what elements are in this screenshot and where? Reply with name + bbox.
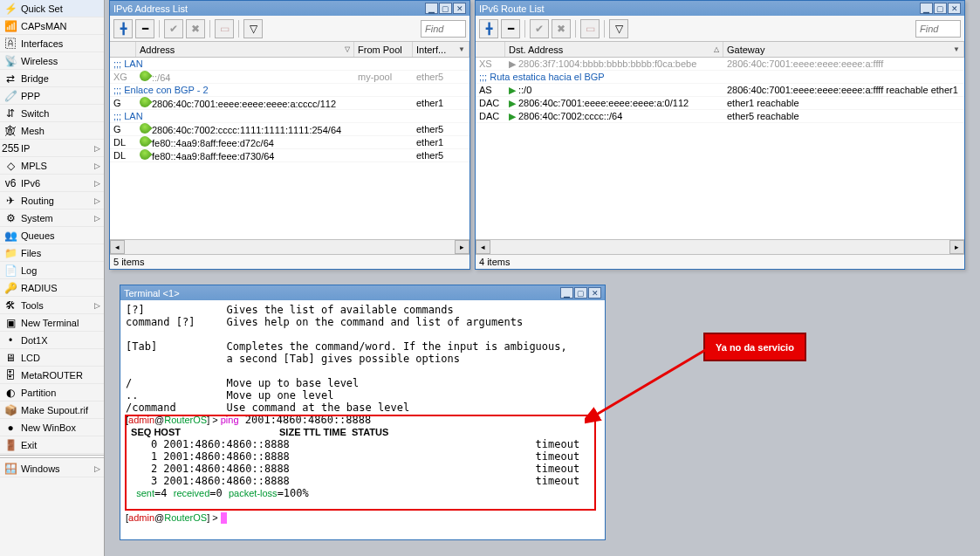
menu-icon: 🛠 bbox=[3, 299, 17, 312]
sidebar-item[interactable]: 🗄MetaROUTER bbox=[0, 367, 104, 384]
table-row[interactable]: DLfe80::4aa9:8aff:feee:d72c/64ether1 bbox=[110, 136, 469, 149]
sidebar-item[interactable]: 🚪Exit bbox=[0, 436, 104, 454]
sidebar-item[interactable]: •Dot1X bbox=[0, 332, 104, 349]
menu-label: IP bbox=[21, 143, 30, 154]
table-row[interactable]: AS▶::/02806:40c:7001:eeee:eeee:eeee:a:ff… bbox=[476, 84, 964, 97]
sidebar-item[interactable]: 📡Wireless bbox=[0, 52, 104, 70]
enable-button[interactable]: ✔ bbox=[164, 19, 183, 38]
menu-label: LCD bbox=[21, 353, 40, 363]
grid-body[interactable]: ;;; LANXG::/64my-poolether5;;; Enlace co… bbox=[110, 58, 469, 239]
menu-label: MetaROUTER bbox=[21, 370, 83, 381]
menu-label: Bridge bbox=[21, 73, 49, 84]
menu-icon: 📶 bbox=[3, 19, 17, 33]
maximize-button[interactable]: ▢ bbox=[934, 3, 947, 14]
route-arrow-icon: ▶ bbox=[509, 85, 516, 95]
menu-icon: 🧷 bbox=[3, 89, 17, 103]
submenu-arrow-icon: ▷ bbox=[94, 161, 100, 170]
filter-button[interactable]: ▽ bbox=[609, 19, 628, 38]
find-input[interactable] bbox=[421, 20, 466, 38]
table-row[interactable]: XS▶2806:3f7:1004:bbbb:bbbb:bbbb:f0ca:beb… bbox=[476, 58, 964, 71]
minimize-button[interactable]: ▁ bbox=[560, 287, 573, 299]
sidebar-item[interactable]: ⇵Switch bbox=[0, 105, 104, 122]
grid-header[interactable]: Dst. Address△ Gateway▼ bbox=[476, 42, 964, 58]
comment-button[interactable]: ▭ bbox=[580, 19, 600, 38]
add-button[interactable]: ╋ bbox=[479, 19, 498, 38]
minimize-button[interactable]: ▁ bbox=[425, 3, 438, 14]
table-row[interactable]: DAC▶2806:40c:7002:cccc::/64ether5 reacha… bbox=[476, 110, 964, 123]
sidebar-item[interactable]: ▣New Terminal bbox=[0, 314, 104, 332]
sidebar-item[interactable]: ⚡Quick Set bbox=[0, 0, 104, 17]
sidebar-item[interactable]: v6IPv6▷ bbox=[0, 175, 104, 192]
sidebar-item[interactable]: 📁Files bbox=[0, 244, 104, 262]
titlebar[interactable]: Terminal <1> ▁ ▢ ✕ bbox=[120, 285, 605, 300]
grid-header[interactable]: Address▽ From Pool Interf...▼ bbox=[110, 42, 469, 58]
sidebar-item[interactable]: 🖥LCD bbox=[0, 349, 104, 367]
sidebar-item[interactable]: ●New WinBox bbox=[0, 419, 104, 436]
close-button[interactable]: ✕ bbox=[453, 3, 466, 14]
grid-body[interactable]: XS▶2806:3f7:1004:bbbb:bbbb:bbbb:f0ca:beb… bbox=[476, 58, 964, 239]
menu-label: Interfaces bbox=[21, 38, 63, 49]
status-footer: 5 items bbox=[110, 254, 469, 269]
menu-icon: 🔑 bbox=[3, 281, 17, 295]
menu-icon: 🚪 bbox=[3, 438, 17, 452]
table-row[interactable]: DLfe80::4aa9:8aff:feee:d730/64ether5 bbox=[110, 149, 469, 162]
remove-button[interactable]: ━ bbox=[135, 19, 154, 38]
close-button[interactable]: ✕ bbox=[588, 287, 601, 299]
sidebar-item[interactable]: 📶CAPsMAN bbox=[0, 17, 104, 35]
sidebar-item[interactable]: 📦Make Supout.rif bbox=[0, 402, 104, 419]
sidebar-item[interactable]: ⚙System▷ bbox=[0, 209, 104, 227]
ipv6-route-list-window: IPv6 Route List ▁ ▢ ✕ ╋ ━ ✔ ✖ ▭ ▽ Dst. A… bbox=[475, 0, 965, 270]
remove-button[interactable]: ━ bbox=[501, 19, 520, 38]
table-row[interactable]: G2806:40c:7001:eeee:eeee:eeee:a:cccc/112… bbox=[110, 97, 469, 110]
add-button[interactable]: ╋ bbox=[113, 19, 133, 38]
disable-button[interactable]: ✖ bbox=[186, 19, 205, 38]
menu-label: RADIUS bbox=[21, 283, 58, 293]
sidebar: ⚡Quick Set📶CAPsMAN🇦Interfaces📡Wireless⇄B… bbox=[0, 0, 105, 556]
sidebar-item[interactable]: ⇄Bridge bbox=[0, 70, 104, 87]
status-footer: 4 items bbox=[476, 254, 964, 269]
h-scrollbar[interactable]: ◂▸ bbox=[476, 239, 964, 254]
titlebar[interactable]: IPv6 Route List ▁ ▢ ✕ bbox=[476, 1, 964, 16]
table-row[interactable]: ;;; LAN bbox=[110, 110, 469, 123]
menu-icon: 🪟 bbox=[3, 462, 17, 476]
sidebar-item[interactable]: 🧷PPP bbox=[0, 87, 104, 105]
close-button[interactable]: ✕ bbox=[948, 3, 961, 14]
h-scrollbar[interactable]: ◂▸ bbox=[110, 239, 469, 254]
maximize-button[interactable]: ▢ bbox=[574, 287, 587, 299]
table-row[interactable]: XG::/64my-poolether5 bbox=[110, 71, 469, 84]
sidebar-item[interactable]: 🛠Tools▷ bbox=[0, 297, 104, 314]
menu-icon: ◇ bbox=[3, 159, 17, 173]
sidebar-item[interactable]: 📄Log bbox=[0, 262, 104, 279]
menu-label: Wireless bbox=[21, 56, 58, 66]
address-icon bbox=[138, 136, 153, 148]
sidebar-item[interactable]: ✈Routing▷ bbox=[0, 192, 104, 209]
menu-icon: 🕸 bbox=[3, 124, 17, 138]
sidebar-item[interactable]: 👥Queues bbox=[0, 227, 104, 244]
menu-label: MPLS bbox=[21, 161, 47, 171]
sidebar-item[interactable]: 🪟Windows▷ bbox=[0, 460, 104, 477]
sidebar-item[interactable]: ◐Partition bbox=[0, 384, 104, 402]
sidebar-item[interactable]: 🇦Interfaces bbox=[0, 35, 104, 52]
filter-button[interactable]: ▽ bbox=[243, 19, 263, 38]
sidebar-item[interactable]: 255IP▷ bbox=[0, 140, 104, 157]
table-row[interactable]: DAC▶2806:40c:7001:eeee:eeee:eeee:a:0/112… bbox=[476, 97, 964, 110]
table-row[interactable]: ;;; Ruta estatica hacia el BGP bbox=[476, 71, 964, 84]
minimize-button[interactable]: ▁ bbox=[920, 3, 933, 14]
table-row[interactable]: G2806:40c:7002:cccc:1111:1111:1111:254/6… bbox=[110, 123, 469, 136]
submenu-arrow-icon: ▷ bbox=[94, 179, 100, 188]
workspace: IPv6 Address List ▁ ▢ ✕ ╋ ━ ✔ ✖ ▭ ▽ Addr… bbox=[105, 0, 980, 556]
maximize-button[interactable]: ▢ bbox=[439, 3, 452, 14]
enable-button[interactable]: ✔ bbox=[530, 19, 549, 38]
disable-button[interactable]: ✖ bbox=[552, 19, 571, 38]
sidebar-item[interactable]: 🔑RADIUS bbox=[0, 279, 104, 297]
menu-label: CAPsMAN bbox=[21, 21, 67, 31]
titlebar[interactable]: IPv6 Address List ▁ ▢ ✕ bbox=[110, 1, 469, 16]
comment-button[interactable]: ▭ bbox=[215, 19, 234, 38]
terminal-output[interactable]: [?] Gives the list of available commands… bbox=[120, 300, 605, 538]
table-row[interactable]: ;;; Enlace con BGP - 2 bbox=[110, 84, 469, 97]
find-input[interactable] bbox=[915, 20, 961, 38]
sidebar-item[interactable]: 🕸Mesh bbox=[0, 122, 104, 140]
table-row[interactable]: ;;; LAN bbox=[110, 58, 469, 71]
sidebar-item[interactable]: ◇MPLS▷ bbox=[0, 157, 104, 175]
menu-icon: • bbox=[3, 333, 17, 347]
